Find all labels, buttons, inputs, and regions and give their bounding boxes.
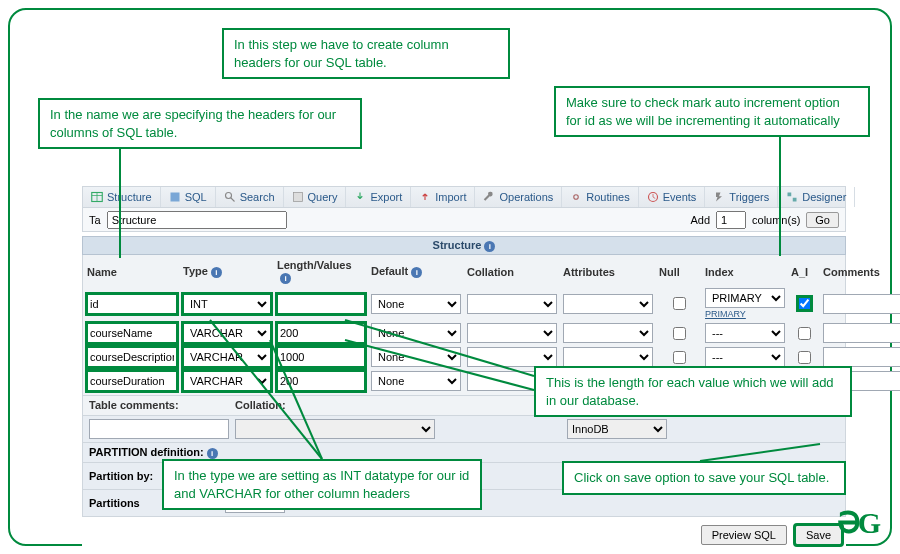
col-type-header: Typei [183,265,271,278]
type-select-2[interactable]: VARCHAR [183,347,271,367]
export-icon [354,191,366,203]
svg-rect-13 [293,193,302,202]
col-comments-header: Comments [823,266,900,278]
sql-icon [169,191,181,203]
default-select-2[interactable]: None [371,347,461,367]
col-name-header: Name [87,266,177,278]
add-columns-row: Ta Add column(s) Go [82,208,846,232]
tab-designer[interactable]: Designer [778,187,855,207]
null-checkbox-1[interactable] [673,327,686,340]
name-input-2[interactable] [87,347,177,367]
index-select-1[interactable]: --- [705,323,785,343]
tablename-prefix: Ta [89,214,101,226]
col-length-header: Length/Valuesi [277,259,365,284]
col-ai-header: A_I [791,266,817,278]
tab-search[interactable]: Search [216,187,284,207]
collation-label: Collation: [235,399,435,412]
tab-sql[interactable]: SQL [161,187,216,207]
default-select-3[interactable]: None [371,371,461,391]
attributes-select-0[interactable] [563,294,653,314]
ai-checkbox-0[interactable] [798,297,811,310]
svg-point-11 [225,193,231,199]
collation-select-1[interactable] [467,323,557,343]
col-attributes-header: Attributes [563,266,653,278]
null-checkbox-0[interactable] [673,297,686,310]
clock-icon [647,191,659,203]
col-index-header: Index [705,266,785,278]
tab-events[interactable]: Events [639,187,706,207]
preview-sql-button[interactable]: Preview SQL [701,525,787,545]
type-select-3[interactable]: VARCHAR [183,371,271,391]
tab-import[interactable]: Import [411,187,475,207]
import-icon [419,191,431,203]
table-collation-select[interactable] [235,419,435,439]
table-comments-input[interactable] [89,419,229,439]
type-select-1[interactable]: VARCHAR [183,323,271,343]
ai-checkbox-2[interactable] [798,351,811,364]
table-icon [91,191,103,203]
callout-length: This is the length for each value which … [534,366,852,417]
col-collation-header: Collation [467,266,557,278]
callout-intro: In this step we have to create column he… [222,28,510,79]
svg-rect-10 [170,193,179,202]
callout-type: In the type we are setting as INT dataty… [162,459,482,510]
comments-input-2[interactable] [823,347,900,367]
name-input-0[interactable] [87,294,177,314]
go-button[interactable]: Go [806,212,839,228]
callout-save: Click on save option to save your SQL ta… [562,461,846,495]
length-input-1[interactable] [277,323,365,343]
search-icon [224,191,236,203]
structure-header: Structurei [82,236,846,255]
query-icon [292,191,304,203]
collation-select-0[interactable] [467,294,557,314]
attributes-select-1[interactable] [563,323,653,343]
collation-select-2[interactable] [467,347,557,367]
index-select-0[interactable]: PRIMARY [705,288,785,308]
length-input-3[interactable] [277,371,365,391]
info-icon: i [484,241,495,252]
add-count-input[interactable] [716,211,746,229]
svg-point-14 [574,195,579,200]
name-input-3[interactable] [87,371,177,391]
storage-engine-select[interactable]: InnoDB [567,419,667,439]
length-input-0[interactable] [277,294,365,314]
length-input-2[interactable] [277,347,365,367]
gfg-logo: ƏG [837,505,878,540]
table-comments-label: Table comments: [89,399,229,412]
callout-ai: Make sure to check mark auto increment o… [554,86,870,137]
index-select-2[interactable]: --- [705,347,785,367]
tab-routines[interactable]: Routines [562,187,638,207]
col-null-header: Null [659,266,699,278]
tabbar: Structure SQL Search Query Export Import… [82,186,846,208]
wrench-icon [483,191,495,203]
tablename-input[interactable] [107,211,287,229]
primary-link[interactable]: PRIMARY [705,309,785,319]
tab-triggers[interactable]: Triggers [705,187,778,207]
svg-rect-17 [793,198,797,202]
designer-icon [786,191,798,203]
tab-query[interactable]: Query [284,187,347,207]
default-select-0[interactable]: None [371,294,461,314]
trigger-icon [713,191,725,203]
null-checkbox-2[interactable] [673,351,686,364]
attributes-select-2[interactable] [563,347,653,367]
tab-structure[interactable]: Structure [83,187,161,207]
comments-input-0[interactable] [823,294,900,314]
gear-icon [570,191,582,203]
save-button[interactable]: Save [795,525,842,545]
ai-checkbox-1[interactable] [798,327,811,340]
tab-export[interactable]: Export [346,187,411,207]
columns-label: column(s) [752,214,800,226]
subrow: InnoDB [82,416,846,443]
default-select-1[interactable]: None [371,323,461,343]
col-default-header: Defaulti [371,265,461,278]
svg-line-12 [230,198,234,202]
button-row: Preview SQL Save [82,517,846,549]
callout-name: In the name we are specifying the header… [38,98,362,149]
partition-def-label: PARTITION definition:i [89,446,219,459]
comments-input-1[interactable] [823,323,900,343]
tab-operations[interactable]: Operations [475,187,562,207]
svg-rect-16 [788,193,792,197]
type-select-0[interactable]: INT [183,294,271,314]
name-input-1[interactable] [87,323,177,343]
